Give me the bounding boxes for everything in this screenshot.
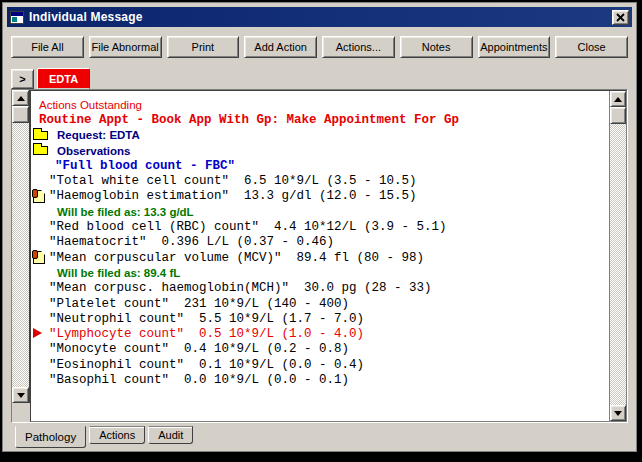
actions-button[interactable]: Actions... bbox=[322, 36, 395, 58]
message-line[interactable]: "Neutrophil count" 5.5 10*9/L (1.7 - 7.0… bbox=[31, 311, 609, 326]
scrollbar-thumb[interactable] bbox=[12, 106, 29, 123]
title-bar[interactable]: Individual Message bbox=[7, 7, 632, 27]
message-line[interactable]: "Haemoglobin estimation" 13.3 g/dl (12.0… bbox=[31, 189, 609, 204]
appointments-button[interactable]: Appointments bbox=[478, 36, 551, 58]
message-line-text: "Neutrophil count" 5.5 10*9/L (1.7 - 7.0… bbox=[31, 312, 364, 326]
message-line[interactable]: Observations bbox=[31, 143, 609, 158]
message-line[interactable]: "Red blood cell (RBC) count" 4.4 10*12/L… bbox=[31, 219, 609, 234]
message-line[interactable]: "Basophil count" 0.0 10*9/L (0.0 - 0.1) bbox=[31, 372, 609, 387]
message-line[interactable]: "Full blood count - FBC" bbox=[31, 158, 609, 173]
message-line[interactable]: Will be filed as: 13.3 g/dL bbox=[31, 204, 609, 219]
message-line[interactable]: "Total white cell count" 6.5 10*9/L (3.5… bbox=[31, 173, 609, 188]
message-list-scrollbar[interactable] bbox=[12, 90, 30, 403]
folder-icon bbox=[33, 146, 48, 155]
tab-audit[interactable]: Audit bbox=[148, 426, 193, 444]
screen-background: { "window": { "title": "Individual Messa… bbox=[0, 0, 642, 462]
message-line-text: "Full blood count - FBC" bbox=[31, 159, 235, 173]
message-line-text: "Basophil count" 0.0 10*9/L (0.0 - 0.1) bbox=[31, 373, 349, 387]
message-line-text: Routine Appt - Book App With Gp: Make Ap… bbox=[31, 113, 459, 127]
bottom-tab-strip: Pathology Actions Audit bbox=[15, 426, 632, 451]
message-line-text: "Haemoglobin estimation" 13.3 g/dl (12.0… bbox=[31, 189, 417, 203]
tab-scroll-button[interactable]: > bbox=[11, 69, 34, 89]
scroll-up-icon[interactable] bbox=[12, 90, 29, 106]
message-line[interactable]: "Mean corpuscular volume (MCV)" 89.4 fl … bbox=[31, 250, 609, 265]
left-scrollbar-column bbox=[12, 90, 30, 422]
message-line[interactable]: "Monocyte count" 0.4 10*9/L (0.2 - 0.8) bbox=[31, 342, 609, 357]
individual-message-dialog: Individual Message File All File Abnorma… bbox=[2, 2, 637, 452]
print-button[interactable]: Print bbox=[167, 36, 240, 58]
message-line[interactable]: Actions Outstanding bbox=[31, 97, 609, 112]
message-line-text: "Eosinophil count" 0.1 10*9/L (0.0 - 0.4… bbox=[31, 358, 364, 372]
scrollbar-track[interactable] bbox=[610, 124, 626, 405]
notes-button[interactable]: Notes bbox=[400, 36, 473, 58]
message-line[interactable]: Request: EDTA bbox=[31, 128, 609, 143]
message-line[interactable]: "Eosinophil count" 0.1 10*9/L (0.0 - 0.4… bbox=[31, 357, 609, 372]
window-icon bbox=[10, 11, 24, 24]
toolbar: File All File Abnormal Print Add Action … bbox=[11, 36, 628, 58]
tab-pathology[interactable]: Pathology bbox=[15, 426, 86, 448]
scrollbar-thumb[interactable] bbox=[610, 107, 626, 124]
message-tab-strip: > EDTA bbox=[11, 67, 628, 89]
scroll-up-icon[interactable] bbox=[610, 91, 626, 107]
message-line-text: "Platelet count" 231 10*9/L (140 - 400) bbox=[31, 297, 349, 311]
message-line-text: Will be filed as: 13.3 g/dL bbox=[31, 206, 194, 218]
message-line-text: Actions Outstanding bbox=[31, 99, 142, 111]
file-all-button[interactable]: File All bbox=[11, 36, 84, 58]
message-line[interactable]: "Haematocrit" 0.396 L/L (0.37 - 0.46) bbox=[31, 235, 609, 250]
message-line-text: "Red blood cell (RBC) count" 4.4 10*12/L… bbox=[31, 220, 447, 234]
flag-icon bbox=[33, 328, 42, 338]
close-icon[interactable] bbox=[612, 10, 629, 25]
message-line[interactable]: "Lymphocyte count" 0.5 10*9/L (1.0 - 4.0… bbox=[31, 326, 609, 341]
message-line-text: "Mean corpuscular volume (MCV)" 89.4 fl … bbox=[31, 251, 424, 265]
content-area: Actions OutstandingRoutine Appt - Book A… bbox=[11, 89, 628, 423]
scrollbar-track[interactable] bbox=[12, 123, 29, 387]
close-button[interactable]: Close bbox=[555, 36, 628, 58]
message-line-text: "Total white cell count" 6.5 10*9/L (3.5… bbox=[31, 174, 417, 188]
message-panel: Actions OutstandingRoutine Appt - Book A… bbox=[30, 90, 627, 422]
window-title: Individual Message bbox=[29, 10, 612, 24]
scroll-down-icon[interactable] bbox=[610, 405, 626, 421]
tab-edta[interactable]: EDTA bbox=[37, 68, 90, 89]
file-abnormal-button[interactable]: File Abnormal bbox=[89, 36, 162, 58]
text-scrollbar[interactable] bbox=[609, 91, 626, 421]
note-icon bbox=[33, 251, 45, 264]
message-line[interactable]: Routine Appt - Book App With Gp: Make Ap… bbox=[31, 112, 609, 127]
message-line-text: "Lymphocyte count" 0.5 10*9/L (1.0 - 4.0… bbox=[31, 327, 364, 341]
message-line[interactable]: Will be filed as: 89.4 fL bbox=[31, 265, 609, 280]
note-icon bbox=[33, 190, 45, 203]
scroll-down-icon[interactable] bbox=[12, 387, 29, 403]
folder-icon bbox=[33, 131, 48, 140]
message-lines[interactable]: Actions OutstandingRoutine Appt - Book A… bbox=[31, 91, 609, 421]
message-line[interactable]: "Platelet count" 231 10*9/L (140 - 400) bbox=[31, 296, 609, 311]
tab-actions[interactable]: Actions bbox=[89, 426, 145, 444]
message-line-text: "Haematocrit" 0.396 L/L (0.37 - 0.46) bbox=[31, 235, 334, 249]
add-action-button[interactable]: Add Action bbox=[244, 36, 317, 58]
message-line-text: Will be filed as: 89.4 fL bbox=[31, 267, 180, 279]
message-line[interactable]: "Mean corpusc. haemoglobin(MCH)" 30.0 pg… bbox=[31, 281, 609, 296]
message-line-text: "Mean corpusc. haemoglobin(MCH)" 30.0 pg… bbox=[31, 281, 432, 295]
message-line-text: "Monocyte count" 0.4 10*9/L (0.2 - 0.8) bbox=[31, 342, 349, 356]
